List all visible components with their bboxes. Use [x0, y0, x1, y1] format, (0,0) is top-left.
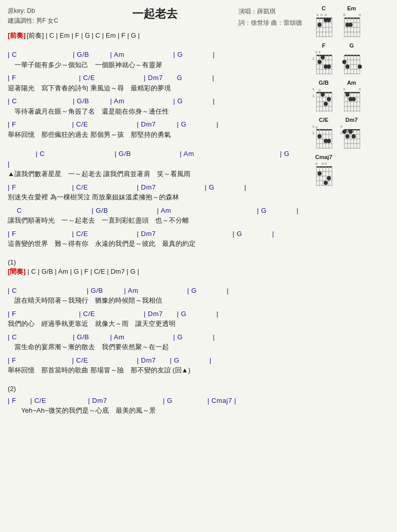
lyrics-label: 詞：徐世珍 曲：雷頌德	[239, 18, 302, 29]
chord-row-5: Cmaj7 o o o	[312, 154, 335, 187]
verse2-chord1: | C | G/B | Am | G |	[8, 286, 302, 296]
chord-grid-Am: o o	[340, 87, 363, 113]
chord-name-F: F	[322, 42, 326, 49]
performer-info: 演唱：薛凱琪 詞：徐世珍 曲：雷頌德	[239, 6, 302, 28]
chord-diagram-GB: G/B x 1 o	[312, 80, 335, 113]
svg-text:o: o	[325, 162, 327, 165]
svg-text:1: 1	[312, 57, 314, 60]
chord-row-2: F x x 1	[312, 42, 363, 75]
svg-point-47	[317, 60, 322, 64]
chord-diagram-G: G	[340, 42, 363, 75]
svg-point-148	[324, 181, 328, 185]
svg-point-96	[352, 97, 356, 101]
chord-diagram-CE: C/E x 1 o	[312, 117, 335, 150]
svg-point-111	[317, 134, 322, 138]
verse2-section: | C | G/B | Am | G | 誰在晴天時陪著～我飛行 猶豫的時候陪～…	[8, 286, 302, 375]
chorus1-chord4: | F | C/E | Dm7 | G |	[8, 229, 302, 239]
svg-text:o: o	[321, 13, 323, 17]
verse1-chord4: | F | C/E | Dm7 | G |	[8, 119, 302, 130]
svg-text:o: o	[359, 13, 361, 17]
svg-point-61	[342, 60, 346, 64]
svg-point-78	[321, 92, 325, 97]
verse2-lyric1: 誰在晴天時陪著～我飛行 猶豫的時候陪～我相信	[8, 295, 302, 306]
svg-point-130	[352, 134, 356, 138]
chord-grid-G	[340, 50, 363, 75]
svg-text:o: o	[359, 87, 361, 91]
verse1-chord2: | F | C/E | Dm7 G |	[8, 73, 302, 83]
svg-text:1: 1	[340, 131, 342, 135]
svg-point-129	[345, 134, 350, 138]
verse2-chord4: | F | C/E | Dm7 | G |	[8, 355, 302, 366]
suggested-key: 建議調性: 男F 女C	[8, 16, 58, 26]
chord-row-3: G/B x 1 o	[312, 80, 363, 113]
verse1-lyric1: 一華子能有多少～個知己 一個眼神就心～有靈犀	[8, 60, 302, 70]
chord-grid-Em: o o	[340, 12, 363, 38]
chord-row-1: C x o o	[312, 5, 363, 38]
svg-point-15	[327, 18, 331, 22]
interlude-section: [間奏] | C | G/B | Am | G | F | C/E | Dm7 …	[8, 267, 302, 276]
intro-section: [前奏][前奏] | C | Em | F | G | C | Em | F |…	[8, 31, 302, 40]
page: 原key: Db 建議調性: 男F 女C 一起老去 演唱：薛凱琪 詞：徐世珍 曲…	[0, 0, 397, 532]
chord-diagram-Am: Am o o	[340, 80, 363, 113]
svg-text:x: x	[316, 13, 319, 17]
chord-name-CE: C/E	[319, 117, 328, 123]
svg-text:o: o	[319, 88, 321, 92]
svg-text:o: o	[315, 126, 317, 129]
chord-name-Cmaj7: Cmaj7	[315, 154, 332, 160]
chord-row-4: C/E x 1 o	[312, 117, 363, 150]
original-key: 原key: Db	[8, 6, 58, 16]
chorus1-lyric3: 讓我們順著時光 一～起老去 一直到彩虹盡頭 也～不分離	[8, 215, 302, 226]
chord-name-Em: Em	[347, 5, 356, 11]
chord-name-C: C	[322, 5, 326, 11]
chord-name-Dm7: Dm7	[345, 117, 358, 123]
performer-label: 演唱：薛凱琪	[239, 6, 302, 18]
chord-sidebar: C x o o	[310, 0, 392, 532]
svg-text:x: x	[319, 50, 321, 54]
svg-rect-19	[344, 18, 360, 19]
svg-text:o: o	[315, 162, 317, 165]
chorus1-chord2: | F | C/E | Dm7 | G |	[8, 182, 302, 193]
verse2-lyric2: 我們的心 經過爭執更靠近 就像大～雨 讓天空更透明	[8, 319, 302, 329]
chorus1-section: | C | G/B | Am | G | ▲讓我們數著星星 一～起老去 讓我們肩…	[8, 149, 302, 249]
svg-rect-50	[344, 55, 360, 56]
verse1-lyric2: 迎著陽光 寫下青春的詩句 乘風迫～尋 最精彩的夢境	[8, 83, 302, 93]
chord-name-GB: G/B	[319, 80, 329, 86]
chord-diagram-Dm7: Dm7 x 1	[340, 117, 363, 150]
verse2-lyric4: 舉杯回憶 那首當時的歌曲 那場冒～險 那不變的友誼 (回▲)	[8, 365, 302, 375]
verse1-lyric3: 等待著歲月在眼～角簽了名 還是能在你身～邊任性	[8, 106, 302, 117]
chord-grid-C: x o o	[312, 12, 335, 38]
intro-chords: [前奏] | C | Em | F | G | C | Em | F | G |	[27, 32, 140, 39]
outro-lyric: Yeh~Ah~微笑的我們是～心底 最美的風～景	[8, 405, 302, 416]
svg-point-62	[358, 65, 362, 69]
chord-diagram-Cmaj7: Cmaj7 o o o	[312, 154, 335, 187]
svg-point-146	[317, 171, 322, 176]
svg-point-94	[345, 92, 350, 97]
chorus1-lyric4: 這善變的世界 難～得有你 永遠的我們是～彼此 最真的約定	[8, 239, 302, 249]
verse1-chord1: | C | G/B | Am | G |	[8, 50, 302, 60]
svg-rect-66	[316, 92, 332, 93]
svg-text:o: o	[325, 13, 327, 17]
svg-text:o: o	[343, 13, 345, 17]
svg-text:o: o	[322, 162, 324, 165]
verse1-chord3: | C | G/B | Am | G |	[8, 96, 302, 106]
svg-point-63	[345, 65, 350, 69]
paren2-label: (2)	[8, 385, 302, 393]
svg-point-113	[327, 139, 331, 143]
verse2-lyric3: 當生命的宴席漸～漸的散去 我們要依然聚～在一起	[8, 342, 302, 352]
interlude-chords: | C | G/B | Am | G | F | C/E | Dm7 | G |	[26, 268, 139, 275]
chord-grid-CE: x 1 o	[312, 124, 335, 150]
outro-chord: | F | C/E | Dm7 | G | Cmaj7 |	[8, 396, 302, 406]
chorus1-chord3: C | G/B | Am | G |	[8, 206, 302, 216]
chord-grid-GB: x 1 o	[312, 87, 335, 113]
svg-rect-99	[316, 129, 332, 131]
svg-text:1: 1	[312, 94, 314, 98]
verse1-lyric4: 舉杯回憶 那些瘋狂的過去 那個男～孩 那堅持的勇氣	[8, 130, 302, 140]
svg-text:o: o	[343, 87, 345, 91]
verse2-chord3: | C | G/B | Am | G |	[8, 332, 302, 342]
svg-point-31	[348, 23, 353, 27]
svg-rect-116	[344, 129, 360, 131]
chord-diagram-C: C x o o	[312, 5, 335, 38]
svg-text:x: x	[312, 87, 314, 91]
chorus1-chord1: | C | G/B | Am | G |	[8, 149, 302, 169]
chord-diagram-Em: Em o o	[340, 5, 363, 38]
